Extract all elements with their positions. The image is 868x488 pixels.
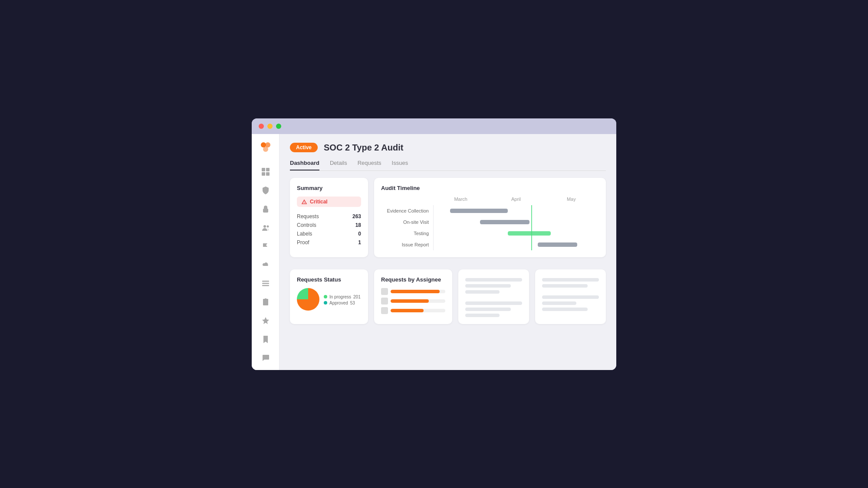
timeline-rows: Evidence Collection On-site Visit <box>381 205 599 250</box>
sidebar-item-star[interactable] <box>260 316 272 326</box>
sidebar-item-lock[interactable] <box>260 204 272 214</box>
timeline-row-evidence: Evidence Collection <box>381 205 599 216</box>
onsite-bar <box>480 220 529 224</box>
skeleton-card-1 <box>458 269 529 324</box>
approved-label: Approved <box>329 301 348 305</box>
sidebar-item-chat[interactable] <box>260 353 272 363</box>
sidebar-item-dashboard[interactable] <box>260 167 272 177</box>
skeleton-line <box>465 301 522 305</box>
titlebar <box>252 118 616 134</box>
sidebar-item-bookmark[interactable] <box>260 334 272 344</box>
main-content: Active SOC 2 Type 2 Audit Dashboard Deta… <box>252 134 616 370</box>
requests-value: 263 <box>352 213 361 219</box>
assignee-avatar-1 <box>381 288 388 295</box>
tab-dashboard[interactable]: Dashboard <box>290 160 319 170</box>
evidence-bar <box>450 209 508 213</box>
bottom-grid: Requests Status In progress 201 Appr <box>290 269 606 324</box>
in-progress-count: 201 <box>353 295 361 299</box>
skeleton-line <box>542 278 599 282</box>
evidence-track <box>433 205 599 216</box>
tabs-nav: Dashboard Details Requests Issues <box>290 160 606 171</box>
sidebar-item-flag[interactable] <box>260 241 272 251</box>
timeline-months: March April May <box>381 197 599 202</box>
status-badge: Active <box>290 143 318 152</box>
proof-label: Proof <box>297 239 309 246</box>
labels-value: 0 <box>358 231 361 237</box>
requests-assignee-card: Requests by Assignee <box>374 269 452 324</box>
evidence-label: Evidence Collection <box>381 208 433 213</box>
timeline-row-issue: Issue Report <box>381 239 599 250</box>
minimize-button[interactable] <box>267 124 273 129</box>
tab-issues[interactable]: Issues <box>392 160 408 170</box>
maximize-button[interactable] <box>276 124 281 129</box>
assignee-row-3 <box>381 307 445 314</box>
svg-point-8 <box>263 225 266 228</box>
requests-assignee-title: Requests by Assignee <box>381 276 445 283</box>
assignee-avatar-2 <box>381 298 388 305</box>
svg-rect-6 <box>266 172 270 176</box>
legend-dot-progress <box>324 295 327 298</box>
controls-label: Controls <box>297 222 316 228</box>
testing-track <box>433 228 599 239</box>
sidebar-item-list[interactable] <box>260 278 272 288</box>
skeleton-line <box>465 278 522 282</box>
summary-card: Summary Critical Requests 263 <box>290 178 368 257</box>
svg-rect-11 <box>262 283 269 284</box>
in-progress-label: In progress <box>329 295 351 299</box>
month-may: May <box>544 197 599 202</box>
proof-value: 1 <box>358 239 361 246</box>
requests-status-title: Requests Status <box>297 276 361 283</box>
dashboard-grid: Summary Critical Requests 263 <box>290 178 606 263</box>
assignee-fill-2 <box>391 299 429 303</box>
issue-bar <box>538 242 577 247</box>
svg-rect-3 <box>262 168 265 171</box>
skeleton-lines-2 <box>542 276 599 311</box>
svg-point-9 <box>266 225 269 227</box>
requests-label: Requests <box>297 213 319 219</box>
logo[interactable] <box>260 141 272 155</box>
svg-point-2 <box>263 147 268 152</box>
issue-label: Issue Report <box>381 242 433 247</box>
svg-rect-13 <box>263 299 268 305</box>
sidebar-item-cloud[interactable] <box>260 260 272 270</box>
issue-track <box>433 239 599 250</box>
assignee-avatar-3 <box>381 307 388 314</box>
onsite-track <box>433 216 599 228</box>
skeleton-line <box>465 290 500 294</box>
tab-requests[interactable]: Requests <box>358 160 381 170</box>
tab-details[interactable]: Details <box>330 160 347 170</box>
summary-title: Summary <box>297 185 361 191</box>
assignee-track-3 <box>391 309 445 312</box>
critical-badge: Critical <box>297 197 361 207</box>
timeline-title: Audit Timeline <box>381 185 599 191</box>
assignee-fill-3 <box>391 309 424 312</box>
sidebar-item-users[interactable] <box>260 223 272 233</box>
summary-row-labels: Labels 0 <box>297 229 361 238</box>
assignee-track-1 <box>391 290 445 293</box>
onsite-label: On-site Visit <box>381 219 433 225</box>
sidebar <box>252 134 279 370</box>
timeline-row-testing: Testing <box>381 228 599 239</box>
sidebar-item-shield[interactable] <box>260 185 272 195</box>
sidebar-item-clipboard[interactable] <box>260 297 272 307</box>
page-header: Active SOC 2 Type 2 Audit <box>290 143 606 153</box>
testing-bar <box>508 231 551 236</box>
summary-rows: Requests 263 Controls 18 Labels 0 Proo <box>297 212 361 247</box>
critical-label: Critical <box>310 199 328 205</box>
labels-label: Labels <box>297 231 312 237</box>
svg-point-19 <box>304 203 304 203</box>
skeleton-line <box>465 308 511 311</box>
svg-rect-5 <box>262 172 265 176</box>
timeline-card: Audit Timeline March April May Evidence … <box>374 178 606 257</box>
close-button[interactable] <box>259 124 264 129</box>
pie-chart <box>297 288 319 311</box>
legend-approved: Approved 53 <box>324 301 361 305</box>
assignee-track-2 <box>391 299 445 303</box>
skeleton-line <box>542 295 599 299</box>
month-april: April <box>488 197 543 202</box>
skeleton-line <box>542 308 588 311</box>
legend-dot-approved <box>324 301 327 305</box>
approved-count: 53 <box>350 301 355 305</box>
skeleton-line <box>542 301 576 305</box>
timeline-current-divider <box>531 205 532 250</box>
